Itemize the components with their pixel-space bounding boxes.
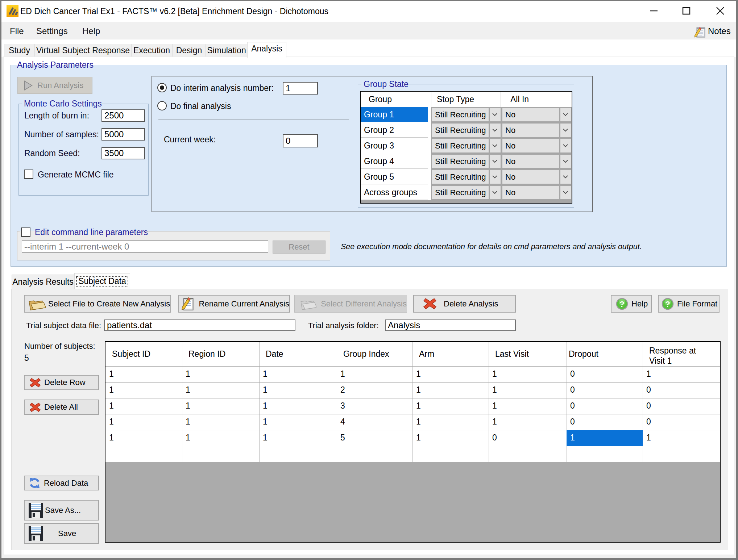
svg-text:?: ?	[665, 300, 670, 309]
svg-text:?: ?	[619, 300, 624, 309]
